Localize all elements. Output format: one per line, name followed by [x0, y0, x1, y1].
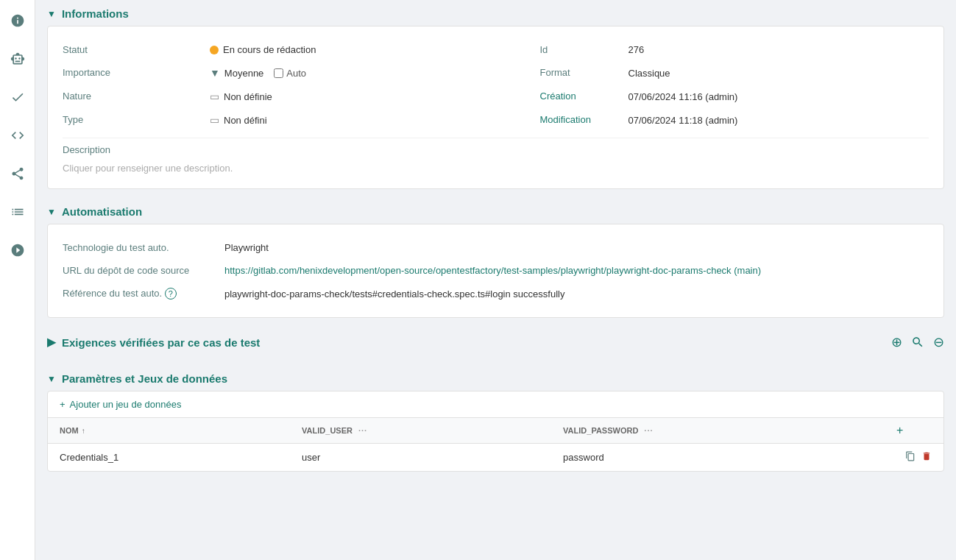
automatisation-title: Automatisation — [62, 205, 142, 218]
sidebar-icon-robot[interactable] — [6, 47, 29, 71]
importance-value: ▼ Moyenne Auto — [210, 61, 511, 85]
th-actions: + — [885, 418, 943, 444]
informations-section: ▼ Informations Statut En cours de rédact… — [47, 0, 944, 189]
informations-title: Informations — [62, 7, 129, 20]
exigences-search-btn[interactable] — [911, 336, 924, 349]
auto-checkbox: Auto — [274, 68, 306, 79]
informations-chevron: ▼ — [47, 9, 56, 19]
auto-grid: Technologie du test auto. Playwright URL… — [63, 236, 929, 305]
exigences-actions: ⊕ ⊖ — [891, 334, 944, 350]
delete-row-btn[interactable] — [921, 451, 932, 464]
params-table-header: NOM ↑ valid_user ··· val — [48, 418, 943, 444]
status-dot-yellow — [210, 46, 219, 54]
ref-value: playwright-doc-params-check/tests#creden… — [224, 282, 929, 305]
exigences-add-btn[interactable]: ⊕ — [891, 334, 902, 350]
auto-checkbox-input[interactable] — [274, 68, 283, 78]
creation-value: 07/06/2024 11:16 (admin) — [629, 85, 930, 108]
techno-value: Playwright — [224, 236, 929, 259]
row-actions-cell — [885, 444, 943, 472]
th-nom: NOM ↑ — [48, 418, 290, 444]
sidebar-icon-play[interactable] — [6, 238, 29, 262]
parametres-body: + Ajouter un jeu de données NOM ↑ — [47, 391, 944, 472]
exigences-header-left[interactable]: ▶ Exigences vérifiées par ce cas de test — [47, 336, 260, 349]
id-value: 276 — [629, 38, 930, 61]
row-nom: Credentials_1 — [48, 444, 290, 472]
description-section: Description Cliquer pour renseigner une … — [63, 138, 929, 177]
type-icon: ▭ — [210, 114, 219, 126]
description-placeholder[interactable]: Cliquer pour renseigner une description. — [63, 160, 929, 177]
url-link[interactable]: https://gitlab.com/henixdevelopment/open… — [224, 265, 761, 276]
format-label: Format — [511, 61, 629, 85]
row-valid-password: password — [551, 444, 885, 472]
info-grid: Statut En cours de rédaction Id 276 Impo… — [63, 38, 929, 132]
ref-label: Référence du test auto. ? — [63, 282, 224, 305]
sidebar-icon-info[interactable] — [6, 9, 29, 32]
automatisation-header[interactable]: ▼ Automatisation — [47, 198, 944, 224]
valid-user-dots[interactable]: ··· — [358, 426, 367, 435]
exigences-section: ▶ Exigences vérifiées par ce cas de test… — [47, 327, 944, 356]
modification-label: Modification — [511, 108, 629, 132]
add-dataset-btn[interactable]: + Ajouter un jeu de données — [48, 391, 943, 418]
nature-icon: ▭ — [210, 91, 219, 102]
informations-body: Statut En cours de rédaction Id 276 Impo… — [47, 26, 944, 189]
th-valid-password: valid_password ··· — [551, 418, 885, 444]
nature-value: ▭ Non définie — [210, 85, 511, 108]
format-value: Classique — [629, 61, 930, 85]
parametres-title: Paramètres et Jeux de données — [62, 372, 227, 385]
creation-label: Création — [511, 85, 629, 108]
importance-chevron-icon: ▼ — [210, 67, 220, 79]
nature-label: Nature — [63, 85, 210, 108]
parametres-header[interactable]: ▼ Paramètres et Jeux de données — [47, 365, 944, 391]
row-actions — [896, 451, 932, 464]
copy-row-btn[interactable] — [905, 451, 916, 464]
exigences-title: Exigences vérifiées par ce cas de test — [62, 336, 260, 349]
sidebar-icon-share[interactable] — [6, 162, 29, 185]
sidebar — [0, 0, 35, 560]
table-row: Credentials_1 user password — [48, 444, 943, 472]
main-content: ▼ Informations Statut En cours de rédact… — [35, 0, 956, 560]
exigences-header: ▶ Exigences vérifiées par ce cas de test… — [47, 327, 944, 356]
automatisation-chevron: ▼ — [47, 207, 56, 217]
type-value: ▭ Non défini — [210, 108, 511, 132]
sidebar-icon-check[interactable] — [6, 85, 29, 109]
sidebar-icon-code[interactable] — [6, 124, 29, 147]
th-valid-user: valid_user ··· — [290, 418, 551, 444]
sidebar-icon-list[interactable] — [6, 200, 29, 224]
automatisation-body: Technologie du test auto. Playwright URL… — [47, 224, 944, 318]
exigences-remove-btn[interactable]: ⊖ — [933, 334, 944, 350]
automatisation-section: ▼ Automatisation Technologie du test aut… — [47, 198, 944, 318]
add-icon: + — [60, 399, 65, 410]
ref-help-icon[interactable]: ? — [165, 288, 177, 300]
type-label: Type — [63, 108, 210, 132]
parametres-section: ▼ Paramètres et Jeux de données + Ajoute… — [47, 365, 944, 472]
add-column-btn[interactable]: + — [896, 424, 903, 437]
row-valid-user: user — [290, 444, 551, 472]
informations-header[interactable]: ▼ Informations — [47, 0, 944, 26]
parametres-chevron: ▼ — [47, 374, 56, 384]
statut-value: En cours de rédaction — [210, 38, 511, 61]
statut-label: Statut — [63, 38, 210, 61]
modification-value: 07/06/2024 11:18 (admin) — [629, 108, 930, 132]
params-table: NOM ↑ valid_user ··· val — [48, 418, 943, 471]
exigences-chevron: ▶ — [47, 336, 56, 349]
description-label: Description — [63, 144, 929, 155]
url-value: https://gitlab.com/henixdevelopment/open… — [224, 259, 929, 282]
valid-password-dots[interactable]: ··· — [644, 426, 653, 435]
id-label: Id — [511, 38, 629, 61]
importance-label: Importance — [63, 61, 210, 85]
url-label: URL du dépôt de code source — [63, 259, 224, 282]
sort-arrow: ↑ — [82, 427, 85, 435]
techno-label: Technologie du test auto. — [63, 236, 224, 259]
